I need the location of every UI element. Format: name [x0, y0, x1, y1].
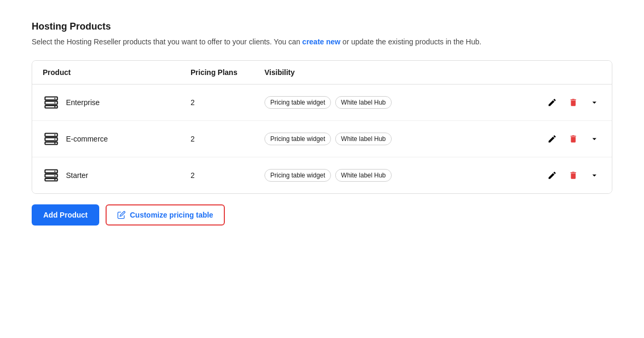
- actions-starter: [538, 168, 601, 182]
- svg-point-9: [54, 134, 55, 135]
- product-name-ecommerce: E-commerce: [66, 135, 108, 143]
- table-row: E-commerce 2 Pricing table widget White …: [32, 121, 612, 157]
- page-title: Hosting Products: [32, 21, 612, 32]
- edit-button-starter[interactable]: [545, 168, 559, 182]
- delete-button-ecommerce[interactable]: [566, 132, 580, 146]
- server-icon-ecommerce: [43, 130, 60, 147]
- expand-button-ecommerce[interactable]: [588, 132, 601, 146]
- svg-point-15: [54, 171, 55, 172]
- create-new-link[interactable]: create new: [302, 37, 340, 46]
- product-cell-starter: Starter: [43, 167, 191, 184]
- expand-button-enterprise[interactable]: [588, 96, 601, 109]
- server-icon-enterprise: [43, 94, 60, 111]
- expand-button-starter[interactable]: [588, 168, 601, 182]
- badge-hub-enterprise: White label Hub: [335, 96, 392, 109]
- table-header: Product Pricing Plans Visibility: [32, 61, 612, 84]
- product-name-starter: Starter: [66, 171, 88, 180]
- badge-hub-ecommerce: White label Hub: [335, 133, 392, 145]
- badge-hub-starter: White label Hub: [335, 169, 392, 182]
- visibility-starter: Pricing table widget White label Hub: [264, 169, 538, 182]
- page-description: Select the Hosting Reseller products tha…: [32, 36, 612, 48]
- pricing-count-enterprise: 2: [191, 98, 264, 107]
- delete-button-enterprise[interactable]: [566, 96, 580, 109]
- visibility-ecommerce: Pricing table widget White label Hub: [264, 133, 538, 145]
- svg-point-11: [54, 143, 55, 144]
- actions-ecommerce: [538, 132, 601, 146]
- svg-point-10: [54, 138, 55, 139]
- svg-point-4: [54, 102, 55, 103]
- badge-widget-enterprise: Pricing table widget: [264, 96, 331, 109]
- products-table: Product Pricing Plans Visibility Enterpr…: [32, 60, 612, 194]
- description-text: Select the Hosting Reseller products tha…: [32, 37, 300, 46]
- product-cell-ecommerce: E-commerce: [43, 130, 191, 147]
- col-actions: [538, 68, 601, 77]
- col-visibility: Visibility: [264, 68, 538, 77]
- pricing-count-ecommerce: 2: [191, 135, 264, 143]
- col-product: Product: [43, 68, 191, 77]
- delete-button-starter[interactable]: [566, 168, 580, 182]
- col-pricing-plans: Pricing Plans: [191, 68, 264, 77]
- bottom-actions: Add Product Customize pricing table: [32, 204, 612, 226]
- table-row: Enterprise 2 Pricing table widget White …: [32, 84, 612, 121]
- svg-point-17: [54, 179, 55, 180]
- server-icon-starter: [43, 167, 60, 184]
- customize-label: Customize pricing table: [130, 211, 213, 219]
- visibility-enterprise: Pricing table widget White label Hub: [264, 96, 538, 109]
- svg-point-16: [54, 175, 55, 176]
- actions-enterprise: [538, 96, 601, 109]
- badge-widget-starter: Pricing table widget: [264, 169, 331, 182]
- badge-widget-ecommerce: Pricing table widget: [264, 133, 331, 145]
- product-cell-enterprise: Enterprise: [43, 94, 191, 111]
- add-product-button[interactable]: Add Product: [32, 204, 99, 226]
- pricing-count-starter: 2: [191, 171, 264, 180]
- svg-point-5: [54, 106, 55, 107]
- customize-pricing-table-button[interactable]: Customize pricing table: [106, 204, 225, 226]
- product-name-enterprise: Enterprise: [66, 98, 100, 107]
- svg-point-3: [54, 98, 55, 99]
- table-row: Starter 2 Pricing table widget White lab…: [32, 157, 612, 193]
- pencil-icon: [117, 211, 126, 219]
- edit-button-enterprise[interactable]: [545, 96, 559, 109]
- edit-button-ecommerce[interactable]: [545, 132, 559, 146]
